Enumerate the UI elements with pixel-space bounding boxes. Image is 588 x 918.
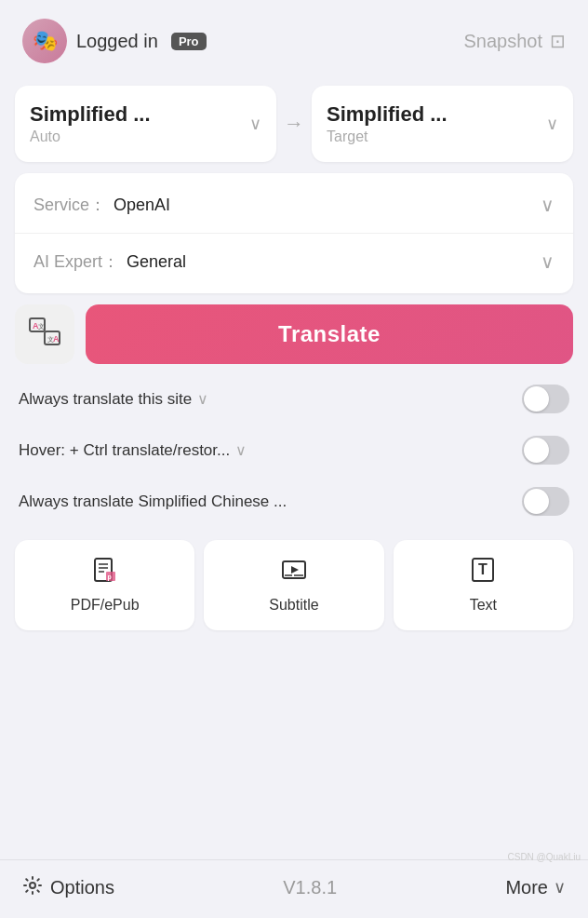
source-lang-name: Simplified ... xyxy=(30,102,151,127)
user-section: 🎭 Logged in Pro xyxy=(22,19,207,63)
target-lang-sub: Target xyxy=(327,128,448,145)
subtitle-icon xyxy=(281,557,307,589)
always-translate-lang-row: Always translate Simplified Chinese ... xyxy=(15,478,573,525)
subtitle-button[interactable]: Subtitle xyxy=(204,540,383,630)
source-lang-chevron-icon: ∨ xyxy=(249,114,261,134)
hover-translate-label: Hover: + Ctrl translate/restor... ∨ xyxy=(19,441,247,460)
target-language-selector[interactable]: Simplified ... Target ∨ xyxy=(312,86,573,162)
pdf-epub-button[interactable]: p PDF/ePub xyxy=(15,540,194,630)
avatar-image: 🎭 xyxy=(22,19,67,63)
pdf-epub-label: PDF/ePub xyxy=(71,597,140,614)
target-lang-info: Simplified ... Target xyxy=(327,102,448,145)
more-label: More xyxy=(505,877,548,898)
hover-translate-row: Hover: + Ctrl translate/restor... ∨ xyxy=(15,426,573,474)
header: 🎭 Logged in Pro Snapshot ⊡ xyxy=(0,0,588,78)
toggle-section: Always translate this site ∨ Hover: + Ct… xyxy=(15,375,573,525)
snapshot-label: Snapshot xyxy=(463,31,542,52)
ai-expert-value: General xyxy=(127,252,541,272)
svg-text:文: 文 xyxy=(38,323,45,330)
options-button[interactable]: Options xyxy=(22,875,114,899)
language-arrow-icon: → xyxy=(284,112,304,136)
always-translate-lang-label: Always translate Simplified Chinese ... xyxy=(19,493,287,511)
translate-button[interactable]: Translate xyxy=(86,304,573,364)
always-translate-site-row: Always translate this site ∨ xyxy=(15,375,573,423)
text-label: Text xyxy=(470,597,497,614)
subtitle-label: Subtitle xyxy=(269,597,318,614)
snapshot-button[interactable]: Snapshot ⊡ xyxy=(463,30,566,52)
svg-point-18 xyxy=(30,883,35,888)
always-translate-site-label: Always translate this site ∨ xyxy=(19,390,208,409)
settings-panel: Service： OpenAI ∨ AI Expert： General ∨ xyxy=(15,173,573,293)
version-label: V1.8.1 xyxy=(283,877,337,898)
service-value: OpenAI xyxy=(114,196,541,215)
translate-icon-button[interactable]: A 文 文 A xyxy=(15,304,74,364)
ai-expert-selector[interactable]: AI Expert： General ∨ xyxy=(15,234,573,290)
source-language-selector[interactable]: Simplified ... Auto ∨ xyxy=(15,86,276,162)
hover-translate-toggle[interactable] xyxy=(522,436,569,465)
text-button[interactable]: T Text xyxy=(394,540,573,630)
target-lang-name: Simplified ... xyxy=(327,102,448,127)
footer: Options V1.8.1 More ∨ xyxy=(0,859,588,918)
svg-text:T: T xyxy=(478,561,488,577)
action-section: p PDF/ePub Subtitle T Text xyxy=(15,540,573,630)
language-selector: Simplified ... Auto ∨ → Simplified ... T… xyxy=(15,86,573,162)
snapshot-icon: ⊡ xyxy=(550,30,566,52)
ai-expert-label: AI Expert： xyxy=(33,250,119,273)
always-translate-site-toggle[interactable] xyxy=(522,385,569,413)
hover-translate-chevron-icon: ∨ xyxy=(235,441,247,459)
options-label: Options xyxy=(50,877,114,898)
source-lang-sub: Auto xyxy=(30,128,151,145)
text-icon: T xyxy=(470,557,496,589)
pdf-epub-icon: p xyxy=(92,557,118,589)
service-label: Service： xyxy=(33,194,106,216)
svg-text:p: p xyxy=(107,574,111,581)
translate-section: A 文 文 A Translate xyxy=(15,304,573,364)
service-selector[interactable]: Service： OpenAI ∨ xyxy=(15,177,573,234)
pro-badge: Pro xyxy=(171,33,207,50)
service-chevron-icon: ∨ xyxy=(541,194,555,216)
options-gear-icon xyxy=(22,875,43,899)
logged-in-text: Logged in xyxy=(76,31,158,52)
source-lang-info: Simplified ... Auto xyxy=(30,102,151,145)
target-lang-chevron-icon: ∨ xyxy=(546,114,558,134)
watermark: CSDN @QuakLiu xyxy=(507,852,581,862)
svg-text:A: A xyxy=(53,334,60,344)
avatar: 🎭 xyxy=(22,19,67,63)
translate-icon: A 文 文 A xyxy=(28,315,61,355)
always-translate-site-chevron-icon: ∨ xyxy=(197,390,208,408)
more-chevron-icon: ∨ xyxy=(554,877,566,898)
always-translate-lang-toggle[interactable] xyxy=(522,487,569,516)
svg-marker-13 xyxy=(291,566,299,574)
ai-expert-chevron-icon: ∨ xyxy=(541,250,555,273)
more-button[interactable]: More ∨ xyxy=(505,877,566,898)
